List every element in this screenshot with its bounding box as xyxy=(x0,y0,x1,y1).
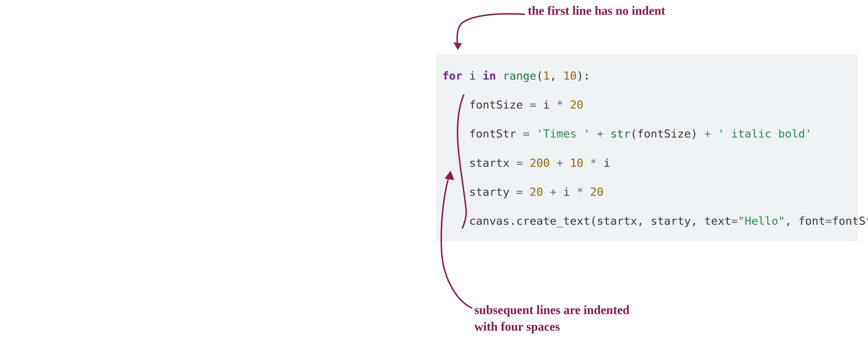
annotation-bottom-line2: with four spaces xyxy=(474,318,630,335)
punct: ( xyxy=(590,214,597,227)
identifier: starty xyxy=(651,214,691,227)
arrow-top xyxy=(457,14,524,48)
figure: the first line has no indent for i in ra… xyxy=(434,0,868,348)
operator: = xyxy=(523,127,530,140)
identifier: canvas xyxy=(469,214,509,227)
operator: = xyxy=(516,185,523,198)
function-range: range xyxy=(503,69,536,82)
operator: + xyxy=(705,127,711,140)
number: 1 xyxy=(543,69,550,82)
identifier-i: i xyxy=(469,69,476,82)
identifier: fontStr xyxy=(832,214,868,227)
identifier: fontStr xyxy=(469,127,516,140)
punct: , xyxy=(785,214,799,227)
keyword-in: in xyxy=(483,69,496,82)
number: 10 xyxy=(570,156,584,169)
identifier: font xyxy=(799,214,825,227)
number: 200 xyxy=(530,156,550,169)
punct: . xyxy=(509,214,516,227)
string: "Hello" xyxy=(738,214,785,227)
code-block: for i in range(1, 10): fontSize = i * 20… xyxy=(436,55,858,241)
annotation-bottom: subsequent lines are indented with four … xyxy=(474,302,630,335)
operator: * xyxy=(577,185,583,198)
punct: ) xyxy=(691,127,698,140)
punct: , xyxy=(550,69,563,82)
number: 20 xyxy=(590,185,604,198)
operator: * xyxy=(557,98,563,111)
identifier: fontSize xyxy=(469,98,523,111)
code-content: for i in range(1, 10): fontSize = i * 20… xyxy=(442,61,858,235)
operator: * xyxy=(590,156,597,169)
keyword-for: for xyxy=(442,69,463,82)
punct: , xyxy=(691,214,705,227)
identifier: starty xyxy=(469,185,509,198)
operator: = xyxy=(516,156,523,169)
operator: + xyxy=(550,185,557,198)
identifier: create_text xyxy=(516,214,590,227)
identifier: i xyxy=(563,185,570,198)
string: 'Times ' xyxy=(536,127,590,140)
identifier: fontSize xyxy=(637,127,691,140)
identifier: startx xyxy=(469,156,509,169)
string: ' italic bold' xyxy=(718,127,812,140)
function-str: str xyxy=(610,127,630,140)
number: 10 xyxy=(563,69,577,82)
annotation-top: the first line has no indent xyxy=(528,4,665,18)
identifier: i xyxy=(603,156,610,169)
identifier: i xyxy=(543,98,550,111)
operator: + xyxy=(557,156,563,169)
operator: = xyxy=(731,214,738,227)
identifier: text xyxy=(705,214,731,227)
annotation-bottom-line1: subsequent lines are indented xyxy=(474,302,630,318)
arrow-top-head xyxy=(454,42,462,50)
operator: = xyxy=(530,98,536,111)
punct: ( xyxy=(630,127,637,140)
punct: , xyxy=(637,214,651,227)
punct: ): xyxy=(577,69,590,82)
punct: ( xyxy=(536,69,543,82)
operator: + xyxy=(597,127,603,140)
identifier: startx xyxy=(597,214,637,227)
number: 20 xyxy=(570,98,584,111)
operator: = xyxy=(825,214,832,227)
number: 20 xyxy=(530,185,543,198)
